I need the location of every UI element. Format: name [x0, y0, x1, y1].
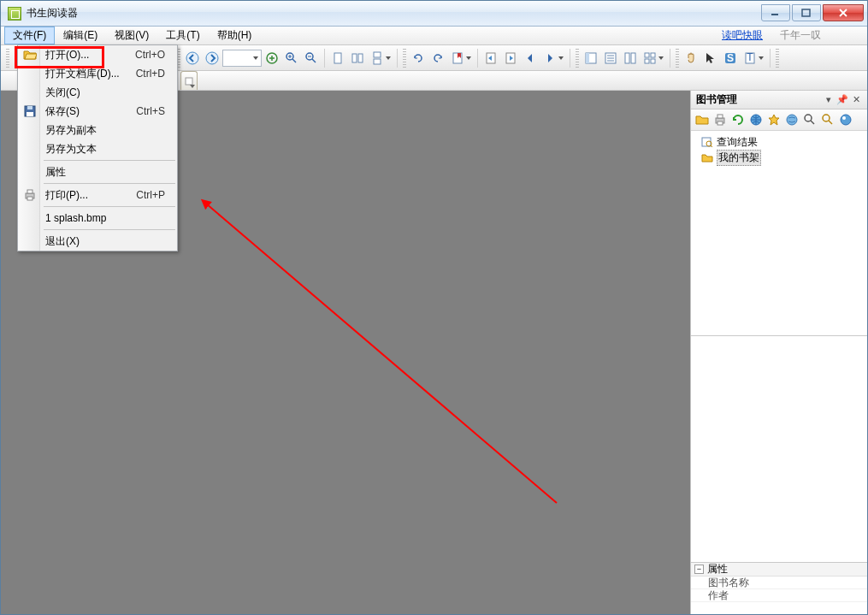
layout1-button[interactable]: [582, 49, 600, 68]
panel-close-icon[interactable]: ✕: [850, 94, 862, 106]
search-result-icon: [701, 136, 713, 148]
page-single-button[interactable]: [328, 49, 347, 68]
menu-exit[interactable]: 退出(X): [18, 232, 177, 251]
svg-point-36: [823, 115, 830, 121]
svg-rect-45: [27, 190, 32, 193]
maximize-button[interactable]: [792, 4, 821, 21]
side-fav-icon[interactable]: [766, 112, 782, 127]
snapshot-button[interactable]: S: [721, 49, 740, 68]
svg-text:T: T: [747, 51, 753, 63]
svg-rect-43: [27, 106, 32, 109]
layout4-button[interactable]: [641, 49, 666, 68]
page-continuous-button[interactable]: [368, 49, 393, 68]
menu-file[interactable]: 文件(F): [4, 27, 55, 44]
side-refresh-icon[interactable]: [730, 112, 746, 127]
titlebar: 书生阅读器: [1, 1, 867, 27]
menubar: 文件(F) 编辑(E) 视图(V) 工具(T) 帮助(H) 读吧快眼 千年一叹: [1, 27, 867, 45]
svg-point-2: [186, 52, 198, 64]
rotate-right-button[interactable]: [428, 49, 447, 68]
menu-save[interactable]: 保存(S)Ctrl+S: [18, 102, 177, 121]
svg-text:S: S: [727, 52, 734, 64]
tab-stub[interactable]: [180, 71, 198, 90]
side-search-icon[interactable]: [802, 112, 818, 127]
menu-help[interactable]: 帮助(H): [209, 27, 261, 44]
toolbar-grip-icon[interactable]: [676, 49, 679, 68]
menu-open[interactable]: 打开(O)... Ctrl+O: [18, 45, 177, 64]
zoom-fit-button[interactable]: [263, 49, 281, 68]
app-icon: [8, 7, 21, 21]
svg-rect-0: [771, 14, 778, 15]
side-find-icon[interactable]: [820, 112, 836, 127]
minimize-button[interactable]: [761, 4, 790, 21]
toolbar-grip-icon[interactable]: [576, 49, 579, 68]
side-web2-icon[interactable]: [838, 112, 853, 127]
side-panel-title: 图书管理: [696, 92, 821, 107]
svg-rect-19: [631, 53, 635, 63]
tree-node-shelf[interactable]: 我的书架: [694, 150, 864, 165]
menu-save-text[interactable]: 另存为文本: [18, 139, 177, 158]
svg-point-34: [787, 115, 797, 125]
collapse-icon[interactable]: −: [694, 565, 704, 574]
svg-point-37: [841, 115, 851, 125]
menu-close[interactable]: 关闭(C): [18, 83, 177, 102]
zoom-out-button[interactable]: [302, 49, 321, 68]
layout3-button[interactable]: [621, 49, 640, 68]
svg-rect-31: [717, 115, 723, 118]
side-open-icon[interactable]: [694, 112, 710, 127]
page-facing-button[interactable]: [348, 49, 367, 68]
toolbar-grip-icon[interactable]: [403, 49, 406, 68]
menu-open-library[interactable]: 打开文档库(D)...Ctrl+D: [18, 64, 177, 83]
svg-point-3: [206, 52, 218, 64]
svg-rect-23: [651, 59, 655, 63]
side-globe-icon[interactable]: [784, 112, 800, 127]
properties-panel: − 属性 图书名称 作者: [691, 563, 867, 614]
svg-line-29: [206, 204, 557, 503]
prop-author: 作者: [691, 589, 867, 602]
menu-tools[interactable]: 工具(T): [157, 27, 208, 44]
print-icon: [23, 188, 37, 202]
select-tool-button[interactable]: [701, 49, 720, 68]
svg-point-35: [805, 115, 812, 121]
next-page-button[interactable]: [540, 49, 566, 68]
menu-view[interactable]: 视图(V): [106, 27, 157, 44]
bookmark-button[interactable]: [448, 49, 474, 68]
prev-page-button[interactable]: [521, 49, 540, 68]
zoom-combo[interactable]: [222, 50, 262, 67]
tree-node-query[interactable]: 查询结果: [694, 134, 864, 150]
menu-edit[interactable]: 编辑(E): [55, 27, 106, 44]
side-web-icon[interactable]: [748, 112, 764, 127]
toolbar-grip-icon[interactable]: [776, 49, 779, 68]
menu-recent-1[interactable]: 1 splash.bmp: [18, 209, 177, 228]
side-print-icon[interactable]: [712, 112, 728, 127]
nav-back-button[interactable]: [183, 49, 202, 68]
text-tool-button[interactable]: T: [741, 49, 766, 68]
toolbar-grip-icon[interactable]: [6, 49, 9, 68]
svg-rect-8: [352, 54, 357, 62]
menu-save-copy[interactable]: 另存为副本: [18, 121, 177, 139]
menu-properties[interactable]: 属性: [18, 163, 177, 181]
file-menu-dropdown: 打开(O)... Ctrl+O 打开文档库(D)...Ctrl+D 关闭(C) …: [17, 44, 178, 251]
svg-rect-22: [645, 59, 649, 63]
svg-rect-1: [802, 9, 810, 16]
nav-fwd-button[interactable]: [203, 49, 221, 68]
layout2-button[interactable]: [601, 49, 620, 68]
zoom-in-button[interactable]: [282, 49, 301, 68]
panel-dropdown-icon[interactable]: ▾: [823, 94, 835, 106]
last-page-button[interactable]: [501, 49, 520, 68]
window-controls: [761, 4, 864, 21]
svg-rect-28: [186, 78, 192, 85]
svg-rect-32: [717, 121, 723, 125]
first-page-button[interactable]: [481, 49, 500, 68]
side-toolbar: [691, 109, 867, 131]
svg-point-38: [842, 116, 846, 120]
hand-tool-button[interactable]: [682, 49, 700, 68]
svg-rect-10: [374, 52, 381, 57]
svg-rect-18: [625, 53, 629, 63]
menu-print[interactable]: 打印(P)...Ctrl+P: [18, 186, 177, 204]
quick-look-link[interactable]: 读吧快眼: [722, 28, 763, 43]
close-button[interactable]: [823, 4, 864, 21]
tree-view[interactable]: 查询结果 我的书架: [691, 131, 867, 336]
panel-pin-icon[interactable]: 📌: [836, 94, 848, 106]
rotate-left-button[interactable]: [409, 49, 428, 68]
folder-icon: [701, 151, 713, 163]
